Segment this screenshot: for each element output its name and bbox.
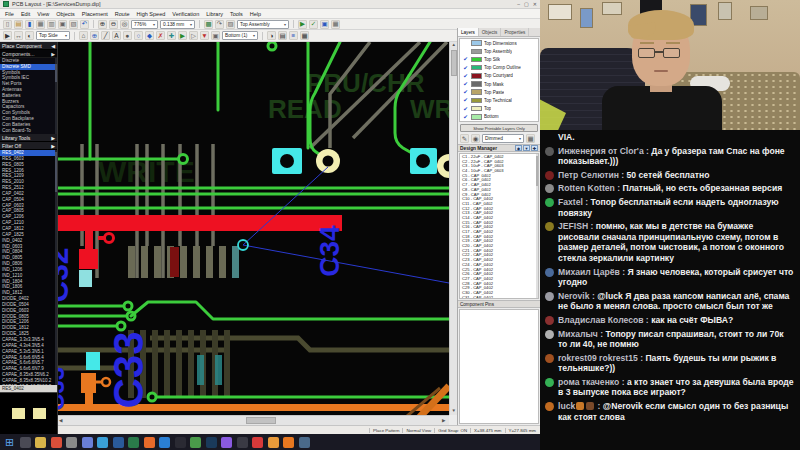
menu-objects[interactable]: Objects [56,11,75,17]
menu-library[interactable]: Library [206,11,223,17]
drc-icon[interactable]: ▼ [200,31,209,40]
place-pad-icon[interactable]: ● [123,31,132,40]
route-icon[interactable]: ▶ [178,31,187,40]
menu-edit[interactable]: Edit [21,11,30,17]
layer-visible-checkbox[interactable]: ✔ [462,73,469,79]
zoom-out-icon[interactable]: ⊖ [109,20,118,29]
blender-icon[interactable] [268,437,279,448]
layer-visible-checkbox[interactable]: ✔ [462,65,469,71]
save-file-icon[interactable]: ▮ [25,20,34,29]
place-via-icon[interactable]: ○ [134,31,143,40]
layer-edit-icon[interactable]: ✎ [460,134,469,143]
scroll-down-icon[interactable]: ▼ [452,408,456,413]
chat-message[interactable]: Петр Селютин : 50 сетей бесплатно [545,170,795,181]
show-printable-layers-button[interactable]: Show Printable Layers Only [460,124,538,132]
layer-options-icon[interactable]: ▦ [526,134,535,143]
tab-properties[interactable]: Properties [501,28,529,36]
mirror-icon[interactable]: ◑ [267,31,276,40]
chat-username[interactable]: luck [558,401,575,411]
keepass-icon[interactable] [252,437,263,448]
start-icon[interactable]: ⊞ [4,437,15,448]
scroll-left-icon[interactable]: ◀ [59,418,62,423]
grid-toggle-icon[interactable]: ▦ [300,31,309,40]
menu-verification[interactable]: Verification [172,11,199,17]
excel-icon[interactable] [128,437,139,448]
paste-icon[interactable]: ▧ [69,20,78,29]
chat-message[interactable]: Инженерия от Clor'a : Да у бразера там С… [545,146,795,167]
layer-row[interactable]: ✔Top Mask [460,80,538,88]
chat-username[interactable]: rokrest09 rokrest15 [558,353,638,363]
layer-row[interactable]: ✔Top Silk [460,55,538,63]
krita-icon[interactable] [221,437,232,448]
layer-list[interactable]: Top DimensionsTop Assembly✔Top Silk✔Top … [459,38,539,122]
flip-board-icon[interactable]: ◐ [25,31,34,40]
chat-message[interactable]: Faxtel : Топор бесплатный если надеть од… [545,197,795,218]
layer-row[interactable]: ✔Bottom [460,113,538,121]
gimp-icon[interactable] [66,437,77,448]
zoom-select-icon[interactable]: ⊕ [90,31,99,40]
chat-username[interactable]: Faxtel [558,197,583,207]
steam-icon[interactable] [206,437,217,448]
layer-visible-checkbox[interactable]: ✔ [462,97,469,103]
horizontal-scroll-thumb[interactable] [246,417,276,424]
maximize-button[interactable]: ▢ [524,0,529,8]
terminal-icon[interactable] [175,437,186,448]
layer-row[interactable]: ✔Top Technical [460,96,538,104]
minimize-button[interactable]: – [517,0,520,8]
info-icon[interactable]: ▣ [211,31,220,40]
tab-layers[interactable]: Layers [458,28,479,36]
component-item[interactable]: CAPAE_8.35x8.35N10.2 [0,378,57,384]
chat-message[interactable]: Михаил Царёв : Я знаю человека, который … [545,267,795,288]
menu-help[interactable]: Help [250,11,261,17]
telegram-icon[interactable] [97,437,108,448]
menu-tools[interactable]: Tools [230,11,243,17]
contrast-select[interactable]: Dimmed▾ [482,134,524,143]
scroll-up-icon[interactable]: ▲ [452,42,456,47]
vscode-icon[interactable] [159,437,170,448]
component-list-scrollbar[interactable] [55,150,58,385]
measure-tool-icon[interactable]: ↔ [14,31,23,40]
zoom-level-select[interactable]: 776%▾ [131,20,158,29]
photoshop-icon[interactable] [113,437,124,448]
layer-visible-checkbox[interactable]: ✔ [462,114,469,120]
chat-message[interactable]: VIA. [545,132,795,143]
convert-icon[interactable]: ▨ [226,20,235,29]
menu-placement[interactable]: Placement [82,11,108,17]
chat-username[interactable]: JEFISH [558,221,588,231]
board-side-select[interactable]: Top Side▾ [36,31,70,40]
delete-icon[interactable]: ✗ [156,31,165,40]
chat-username[interactable]: Nerovik [558,291,590,301]
component-list[interactable]: RES_0402RES_0603RES_0805RES_1206RES_1209… [0,150,57,385]
chat-username[interactable]: Владислав Колесов [558,315,643,325]
dm-component-item[interactable]: C31 - CAP_0402 [460,295,538,299]
layer-visible-checkbox[interactable]: ✔ [462,89,469,95]
layer-visible-checkbox[interactable]: ✔ [462,106,469,112]
search-icon[interactable] [20,437,31,448]
print-icon[interactable]: ▦ [36,20,45,29]
align-icon[interactable]: ≡ [289,31,298,40]
chat-username[interactable]: Rotten Kotten [558,183,615,193]
signal-layer-select[interactable]: Bottom (1)▾ [222,31,258,40]
node-icon[interactable] [190,437,201,448]
print-preview-icon[interactable]: ▥ [47,20,56,29]
component-item[interactable]: CAPAE_10.3x10.3N10.2 [0,384,57,385]
menu-high-speed[interactable]: High Speed [137,11,166,17]
file-explorer-icon[interactable] [35,437,46,448]
dm-filter-icon[interactable]: ▼ [523,145,530,151]
grid-size-select[interactable]: 0.138 mm▾ [160,20,195,29]
layer-row[interactable]: ✔Top Courtyard [460,72,538,80]
lock-icon[interactable]: ▤ [278,31,287,40]
library-tools-row[interactable]: Library Tools▶ [0,134,57,142]
library-list-scrollbar[interactable] [55,58,58,134]
place-component-header[interactable]: Place Component◀ [0,42,57,50]
menu-route[interactable]: Route [115,11,130,17]
library-list[interactable]: DiscreteDiscrete SMDSymbolsSymbols IECNe… [0,58,57,134]
open-folder-icon[interactable]: ▤ [14,20,23,29]
undo-icon[interactable]: ↶ [80,20,89,29]
discord-icon[interactable] [82,437,93,448]
route-setup-icon[interactable]: ▶ [298,20,307,29]
library-item[interactable]: Con Board-To [0,128,57,134]
chat-message[interactable]: rokrest09 rokrest15 : Паять будешь ты ил… [545,353,795,374]
dm-pin-icon[interactable]: ◆ [515,145,522,151]
new-file-icon[interactable]: ▯ [3,20,12,29]
